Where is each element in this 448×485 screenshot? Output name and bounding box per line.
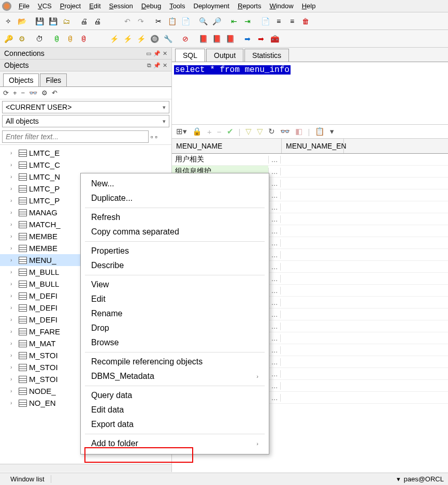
obj-plus-icon[interactable]: + xyxy=(13,89,17,97)
cell-ellipsis-button[interactable]: … xyxy=(268,394,281,402)
ctx-edit-data[interactable]: Edit data xyxy=(81,403,269,417)
tb-find-icon[interactable]: 🔍 xyxy=(197,15,209,27)
tab-output[interactable]: Output xyxy=(206,49,243,62)
tb-brk-icon[interactable]: 🔘 xyxy=(148,33,161,45)
cell-ellipsis-button[interactable]: … xyxy=(268,334,281,342)
status-connection-dd-icon[interactable]: ▾ xyxy=(397,475,400,483)
ctx-edit[interactable]: Edit xyxy=(81,292,269,306)
cell-ellipsis-button[interactable]: … xyxy=(268,227,281,235)
ctx-view[interactable]: View xyxy=(81,277,269,292)
tb-book1-icon[interactable]: 📕 xyxy=(197,33,209,45)
ctx-query-data[interactable]: Query data xyxy=(81,388,269,403)
tb-book3-icon[interactable]: 📕 xyxy=(224,33,236,45)
tb-open-icon[interactable]: 📂 xyxy=(16,15,28,27)
tb-db1-icon[interactable]: 🛢 xyxy=(51,33,63,45)
plus-icon[interactable]: + xyxy=(207,127,212,136)
tab-files[interactable]: Files xyxy=(40,74,67,86)
ctx-refresh[interactable]: Refresh xyxy=(81,210,269,225)
tb-run-icon[interactable]: ⚡ xyxy=(108,33,120,45)
menu-session[interactable]: Session xyxy=(105,1,137,11)
ctx-recompile-referencing-objects[interactable]: Recompile referencing objects xyxy=(81,355,269,369)
filter-btn-icon[interactable]: ▫ xyxy=(151,133,153,141)
ctx-duplicate-[interactable]: Duplicate... xyxy=(81,191,269,205)
ctx-rename[interactable]: Rename xyxy=(81,306,269,321)
cell-ellipsis-button[interactable]: … xyxy=(268,203,281,211)
grid-icon[interactable]: ⊞▾ xyxy=(176,127,187,136)
tab-objects[interactable]: Objects xyxy=(3,74,39,86)
menu-debug[interactable]: Debug xyxy=(137,1,165,11)
cell-ellipsis-button[interactable]: … xyxy=(268,180,281,187)
tb-arrow-blue-icon[interactable]: ➡ xyxy=(241,33,254,45)
cell-ellipsis-button[interactable]: … xyxy=(268,215,281,223)
menu-reports[interactable]: Reports xyxy=(234,1,266,11)
panel-dock-icon[interactable]: ▭ xyxy=(146,50,151,57)
cell-ellipsis-button[interactable]: … xyxy=(268,263,281,271)
table-row[interactable]: 用户相关… xyxy=(172,154,448,166)
ctx-browse[interactable]: Browse xyxy=(81,335,269,350)
tb-printlist-icon[interactable]: 🖨 xyxy=(91,15,104,27)
obj-find-icon[interactable]: 👓 xyxy=(29,89,37,97)
obj-refresh-icon[interactable]: ⟳ xyxy=(3,89,9,97)
ctx-dbms-metadata[interactable]: DBMS_Metadata› xyxy=(81,369,269,384)
cell-ellipsis-button[interactable]: … xyxy=(268,322,281,330)
col-menu-name-en[interactable]: MENU_NAME_EN xyxy=(282,139,344,153)
tb-savestack-icon[interactable]: 🗂 xyxy=(60,15,73,27)
ctx-drop[interactable]: Drop xyxy=(81,321,269,335)
cell-ellipsis-button[interactable]: … xyxy=(268,156,281,164)
dd-icon[interactable]: ▾ xyxy=(330,127,334,136)
cell-ellipsis-button[interactable]: … xyxy=(268,346,281,354)
tb-copy-icon[interactable]: 📋 xyxy=(166,15,178,27)
tb-paste-icon[interactable]: 📄 xyxy=(179,15,192,27)
menu-deployment[interactable]: Deployment xyxy=(190,1,234,11)
tb-clock-icon[interactable]: ⏱ xyxy=(33,33,46,45)
tb-redo-icon[interactable]: ↷ xyxy=(135,15,147,27)
cell-ellipsis-button[interactable]: … xyxy=(268,358,281,366)
tb-book2-icon[interactable]: 📕 xyxy=(210,33,223,45)
tree-hscroll[interactable] xyxy=(0,464,171,472)
menu-vcs[interactable]: VCS xyxy=(34,1,56,11)
cell-ellipsis-button[interactable]: … xyxy=(268,299,281,306)
cell-ellipsis-button[interactable]: … xyxy=(268,311,281,318)
ctx-add-to-folder[interactable]: Add to folder› xyxy=(81,436,269,451)
menu-help[interactable]: Help xyxy=(298,1,320,11)
status-window-list[interactable]: Window list xyxy=(4,475,51,483)
panel-close2-icon[interactable]: ✕ xyxy=(163,62,167,69)
context-menu[interactable]: New...Duplicate...RefreshCopy comma sepa… xyxy=(80,173,269,454)
refresh-icon[interactable]: ↻ xyxy=(268,127,275,136)
obj-back-icon[interactable]: ↶ xyxy=(52,89,57,97)
copy2-icon[interactable]: 📋 xyxy=(315,127,325,136)
tb-outdent-icon[interactable]: ≡ xyxy=(286,15,298,27)
tb-new-icon[interactable]: ✧ xyxy=(2,15,15,27)
sql-editor[interactable]: select * from menu_info xyxy=(172,62,448,124)
obj-gear-icon[interactable]: ⚙ xyxy=(41,89,48,97)
tb-wrench-icon[interactable]: 🔧 xyxy=(162,33,174,45)
tb-toolbox-icon[interactable]: 🧰 xyxy=(268,33,281,45)
check-icon[interactable]: ✔ xyxy=(227,127,234,136)
binoc-icon[interactable]: 👓 xyxy=(280,127,290,136)
cell-ellipsis-button[interactable]: … xyxy=(268,275,281,283)
cell-ellipsis-button[interactable]: … xyxy=(268,382,281,390)
cell-ellipsis-button[interactable]: … xyxy=(268,370,281,378)
cell-ellipsis-button[interactable]: … xyxy=(268,168,281,175)
tb-undo-icon[interactable]: ↶ xyxy=(121,15,134,27)
current-user-combo[interactable]: <CURRENT USER> ▾ xyxy=(2,101,169,113)
all-objects-combo[interactable]: All objects ▾ xyxy=(2,115,169,127)
cell-ellipsis-button[interactable]: … xyxy=(268,192,281,199)
menu-tools[interactable]: Tools xyxy=(165,1,189,11)
tb-export-icon[interactable]: ⇥ xyxy=(241,15,254,27)
panel-pin-icon[interactable]: 📌 xyxy=(153,50,161,57)
erase-icon[interactable]: ◧ xyxy=(295,127,302,136)
tree-item[interactable]: ›LMTC_C xyxy=(0,159,171,171)
menu-project[interactable]: Project xyxy=(56,1,85,11)
tb-db3-icon[interactable]: 🛢 xyxy=(78,33,90,45)
menu-window[interactable]: Window xyxy=(265,1,297,11)
ctx-properties[interactable]: Properties xyxy=(81,244,269,258)
menu-edit[interactable]: Edit xyxy=(85,1,105,11)
ctx-describe[interactable]: Describe xyxy=(81,258,269,273)
panel-pin2-icon[interactable]: 📌 xyxy=(153,62,161,69)
col-menu-name[interactable]: MENU_NAME xyxy=(172,139,282,153)
cell-ellipsis-button[interactable]: … xyxy=(268,239,281,247)
lock-icon[interactable]: 🔒 xyxy=(192,127,202,136)
panel-close-icon[interactable]: ✕ xyxy=(163,50,167,57)
tb-delete-icon[interactable]: 🗑 xyxy=(299,15,312,27)
